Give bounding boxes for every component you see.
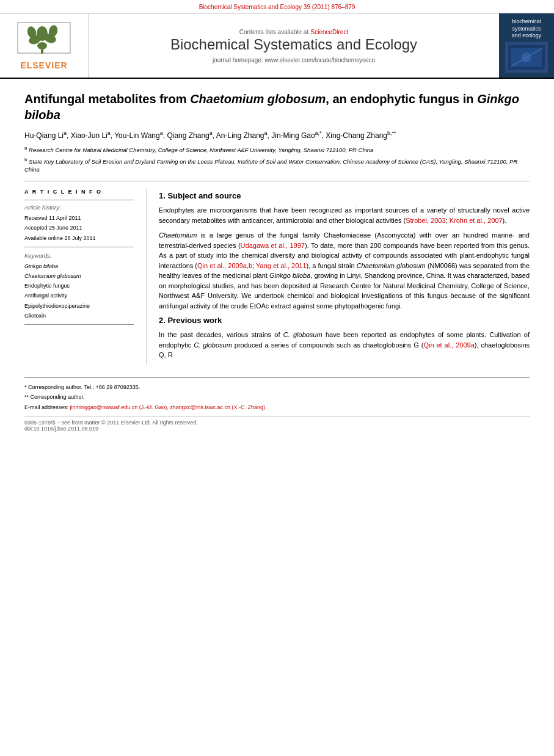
ref-udagawa-1997[interactable]: Udagawa et al., 1997 [241, 242, 305, 249]
copyright-bar: 0305-1978/$ – see front matter © 2011 El… [24, 416, 530, 432]
article-info-title: A R T I C L E I N F O [24, 189, 134, 195]
section2-heading: 2. Previous work [159, 316, 530, 325]
section2-para1: In the past decades, various strains of … [159, 330, 530, 360]
page: Biochemical Systematics and Ecology 39 (… [0, 0, 554, 756]
section1-para1: Endophytes are microorganisms that have … [159, 205, 530, 225]
header-divider [24, 181, 530, 181]
affiliations: a Research Centre for Natural Medicinal … [24, 145, 530, 173]
info-divider-2 [24, 247, 134, 247]
journal-homepage: journal homepage: www.elsevier.com/locat… [213, 57, 375, 64]
doi-text: doi:10.1016/j.bse.2011.06.019 [24, 426, 530, 432]
email-label: E-mail addresses: [24, 404, 68, 410]
ref-qin-2009ab[interactable]: Qin et al., 2009a,b [197, 262, 252, 269]
journal-title: Biochemical Systematics and Ecology [170, 36, 417, 53]
affiliation-b: b State Key Laboratory of Soil Erosion a… [24, 156, 530, 174]
history-label: Article history: [24, 204, 134, 211]
article-info-column: A R T I C L E I N F O Article history: R… [24, 189, 147, 365]
contents-available-label: Contents lists available at ScienceDirec… [239, 27, 348, 36]
journal-title-area: Contents lists available at ScienceDirec… [89, 13, 499, 78]
date-received: Received 11 April 2011 Accepted 25 June … [24, 213, 134, 243]
ref-qin-2009a[interactable]: Qin et al., 2009a [423, 341, 474, 349]
elsevier-logo-area: ELSEVIER [0, 13, 89, 78]
email-gao[interactable]: jinminggao@nwsuaf.edu.cn (J.-M. Gao), [70, 404, 169, 410]
email-zhang[interactable]: zhangxc@ms.iswc.ac.cn (X.-C. Zhang). [170, 404, 266, 410]
journal-cover: biochemical systematics and ecology [499, 13, 554, 78]
copyright-text: 0305-1978/$ – see front matter © 2011 El… [24, 420, 530, 426]
footnote-emails: E-mail addresses: jinminggao@nwsuaf.edu.… [24, 403, 530, 412]
footnotes: * Corresponding author. Tel.: +86 29 870… [24, 377, 530, 412]
info-divider-3 [24, 324, 134, 325]
section1-para2: Chaetomium is a large genus of the funga… [159, 230, 530, 311]
journal-citation: Biochemical Systematics and Ecology 39 (… [199, 4, 355, 10]
ref-krohn-2007[interactable]: Krohn et al., 2007 [450, 217, 503, 224]
journal-top-bar: Biochemical Systematics and Ecology 39 (… [0, 0, 554, 13]
keywords-label: Keywords: [24, 252, 134, 259]
article-title: Antifungal metabolites from Chaetomium g… [24, 91, 530, 123]
elsevier-wordmark: ELSEVIER [20, 60, 67, 70]
footnote-corresponding2: ** Corresponding author. [24, 393, 530, 401]
ref-yang-2011[interactable]: Yang et al., 2011 [256, 262, 307, 269]
section1-heading: 1. Subject and source [159, 191, 530, 200]
main-content: Antifungal metabolites from Chaetomium g… [0, 79, 554, 444]
cover-text-label: biochemical systematics and ecology [512, 18, 542, 40]
elsevier-tree-icon [16, 21, 71, 57]
info-divider-1 [24, 200, 134, 200]
article-body: A R T I C L E I N F O Article history: R… [24, 189, 530, 365]
svg-point-11 [522, 53, 531, 62]
svg-point-4 [37, 26, 48, 41]
title-italic1: Chaetomium globosum [190, 92, 326, 106]
sciencedirect-link[interactable]: ScienceDirect [311, 29, 349, 35]
elsevier-logo: ELSEVIER [16, 21, 71, 70]
ref-strobel-2003[interactable]: Strobel, 2003 [406, 217, 445, 224]
footnote-corresponding1: * Corresponding author. Tel.: +86 29 870… [24, 383, 530, 391]
authors-line: Hu-Qiang Lia, Xiao-Jun Lia, You-Lin Wang… [24, 130, 530, 140]
svg-point-1 [37, 42, 47, 49]
article-main-column: 1. Subject and source Endophytes are mic… [147, 189, 530, 365]
affiliation-a: a Research Centre for Natural Medicinal … [24, 145, 530, 154]
cover-image [505, 42, 548, 73]
title-plain: Antifungal metabolites from [24, 92, 190, 106]
keywords-list: Ginkgo biloba Chaetomium globosum Endoph… [24, 261, 134, 321]
title-rest: , an endophytic fungus in [326, 92, 477, 106]
journal-header: ELSEVIER Contents lists available at Sci… [0, 13, 554, 79]
